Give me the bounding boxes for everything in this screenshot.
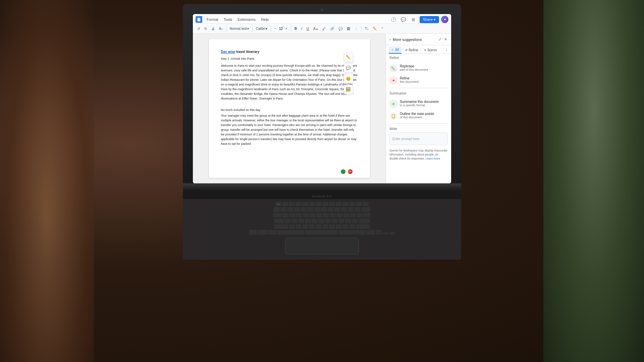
key-caps[interactable]: [274, 219, 284, 223]
key-r[interactable]: [303, 213, 309, 218]
pen-button[interactable]: ✏️: [371, 26, 378, 31]
key-l[interactable]: [338, 219, 344, 223]
tab-summ[interactable]: ≡ Summ: [422, 47, 440, 54]
key-minus[interactable]: [347, 207, 354, 212]
suggestion-rephrase[interactable]: ✏️ Rephrase part of this document: [386, 62, 451, 74]
menu-format[interactable]: Format: [204, 16, 221, 22]
key-shift-right[interactable]: [356, 224, 370, 229]
key-6[interactable]: [314, 207, 320, 212]
key-n[interactable]: [322, 224, 328, 229]
key-option-left[interactable]: [268, 230, 276, 235]
suggestion-refine[interactable]: ✦ Refine this document: [386, 74, 451, 86]
key-f3[interactable]: [296, 202, 302, 206]
key-f9[interactable]: [336, 202, 342, 206]
key-f10[interactable]: [342, 202, 348, 206]
key-quote[interactable]: [352, 219, 358, 223]
key-period[interactable]: [342, 224, 348, 229]
key-bracket-close[interactable]: [357, 213, 363, 218]
key-ctrl[interactable]: [258, 230, 267, 235]
float-edit-btn[interactable]: ✏️: [344, 53, 353, 62]
style-dropdown[interactable]: Normal text ▾: [228, 26, 251, 31]
key-a[interactable]: [285, 219, 291, 223]
key-arrow-up[interactable]: [376, 230, 382, 232]
key-9[interactable]: [334, 207, 340, 212]
float-comment-btn[interactable]: 💬: [344, 63, 353, 73]
clear-format-button[interactable]: Tₓ: [363, 26, 370, 31]
key-delete[interactable]: [361, 207, 370, 212]
key-arrow-right[interactable]: [389, 232, 395, 234]
key-bracket-open[interactable]: [350, 213, 356, 218]
key-c[interactable]: [302, 224, 308, 229]
tab-all[interactable]: ✓ All: [389, 47, 401, 54]
key-z[interactable]: [289, 224, 295, 229]
key-f6[interactable]: [316, 202, 322, 206]
key-f2[interactable]: [289, 202, 295, 206]
key-5[interactable]: [307, 207, 313, 212]
suggestion-outline[interactable]: 📋 Outline the main points of this docume…: [386, 110, 451, 122]
key-f4[interactable]: [302, 202, 308, 206]
key-o[interactable]: [336, 213, 342, 218]
key-space[interactable]: [305, 230, 338, 235]
key-f12[interactable]: [356, 202, 362, 206]
key-shift-left[interactable]: [274, 224, 288, 229]
menu-tools[interactable]: Tools: [221, 16, 235, 22]
key-3[interactable]: [294, 207, 300, 212]
key-x[interactable]: [296, 224, 302, 229]
comment-icon[interactable]: 💬: [399, 15, 408, 23]
highlight-button[interactable]: 🖊: [321, 26, 327, 31]
document-area[interactable]: Day wise travel itinerary Day 1 :Arrival…: [193, 34, 386, 183]
sidebar-close-icon[interactable]: ✕: [443, 37, 448, 42]
more-toolbar-button[interactable]: ⋮: [353, 26, 360, 31]
print-button[interactable]: 🖨: [210, 26, 216, 31]
key-d[interactable]: [298, 219, 304, 223]
tab-refine[interactable]: ↺ Refine: [402, 47, 421, 54]
key-q[interactable]: [283, 213, 289, 218]
key-equals[interactable]: [354, 207, 360, 212]
spell-check-button[interactable]: Aᵥ: [217, 26, 224, 31]
bold-button[interactable]: B: [293, 26, 299, 31]
key-k[interactable]: [332, 219, 338, 223]
learn-more-link[interactable]: Learn more: [426, 157, 440, 160]
font-dropdown[interactable]: Calibri ▾: [254, 26, 269, 31]
share-button[interactable]: Share ▾: [420, 16, 439, 23]
key-0[interactable]: [341, 207, 347, 212]
key-u[interactable]: [323, 213, 329, 218]
key-f8[interactable]: [329, 202, 335, 206]
key-esc[interactable]: esc: [275, 202, 281, 206]
redo-button[interactable]: ↻: [203, 26, 209, 31]
image-button[interactable]: 🖼: [345, 26, 352, 31]
menu-help[interactable]: Help: [259, 16, 271, 22]
italic-button[interactable]: I: [300, 26, 304, 31]
sidebar-back-button[interactable]: ‹: [389, 37, 391, 42]
link-button[interactable]: 🔗: [328, 26, 336, 31]
key-p[interactable]: [343, 213, 349, 218]
key-f1[interactable]: [282, 202, 288, 206]
key-fn[interactable]: [249, 230, 258, 235]
underline-button[interactable]: U: [305, 26, 311, 31]
expand-button[interactable]: ⌃: [379, 26, 385, 31]
key-arrow-left[interactable]: [376, 232, 382, 234]
key-f[interactable]: [305, 219, 311, 223]
font-size-increase[interactable]: +: [284, 26, 289, 31]
key-h[interactable]: [318, 219, 324, 223]
key-f11[interactable]: [349, 202, 355, 206]
key-tab[interactable]: [273, 213, 282, 218]
sidebar-expand-icon[interactable]: ⤢: [438, 37, 442, 42]
key-e[interactable]: [296, 213, 302, 218]
key-b[interactable]: [316, 224, 322, 229]
more-icon[interactable]: ⊞: [410, 15, 418, 23]
key-return[interactable]: [359, 219, 370, 223]
float-image-btn[interactable]: 🖼️: [344, 85, 353, 94]
key-backslash[interactable]: [363, 213, 371, 218]
key-semicolon[interactable]: [345, 219, 351, 223]
comment-toolbar-button[interactable]: 💬: [337, 26, 344, 31]
key-f7[interactable]: [322, 202, 328, 206]
prompt-input[interactable]: Enter prompt here: [389, 132, 448, 145]
key-arrow-down[interactable]: [382, 232, 388, 234]
history-icon[interactable]: 🕐: [389, 15, 397, 23]
key-y[interactable]: [316, 213, 322, 218]
key-j[interactable]: [325, 219, 331, 223]
float-emoji-btn[interactable]: 😊: [344, 74, 353, 83]
undo-button[interactable]: ↺: [196, 26, 202, 31]
key-g[interactable]: [312, 219, 318, 223]
